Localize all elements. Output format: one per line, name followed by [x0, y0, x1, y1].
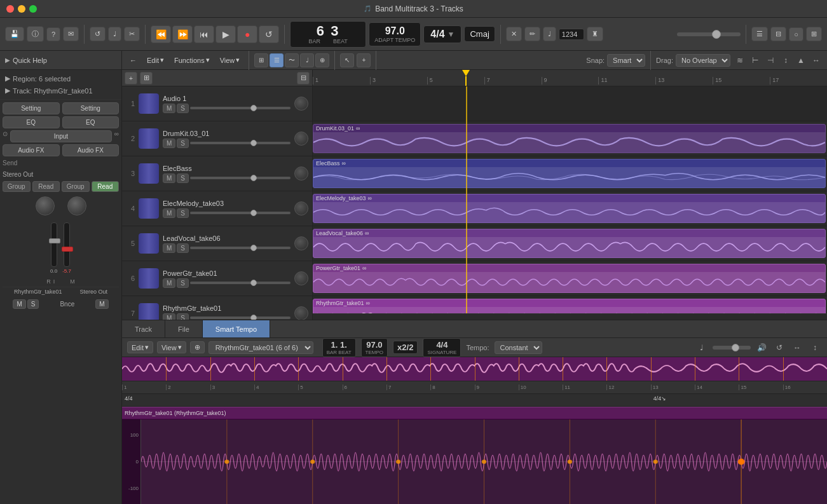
solo-btn-4[interactable]: S: [177, 208, 189, 218]
key-display[interactable]: Cmaj: [464, 26, 495, 42]
marker-input[interactable]: [559, 29, 584, 40]
quick-help-header[interactable]: ▶ Quick Help: [0, 51, 121, 70]
track-volume-4[interactable]: [294, 201, 308, 215]
setting-btn-left[interactable]: Setting: [3, 102, 60, 114]
track-volume-3[interactable]: [294, 167, 308, 180]
bottom-edit-btn[interactable]: Edit ▾: [127, 341, 153, 353]
score-view-btn[interactable]: ⊕: [315, 53, 329, 67]
clear-button[interactable]: ✕: [506, 27, 522, 41]
info-button[interactable]: ⓘ: [27, 26, 44, 42]
snap-select[interactable]: Smart Bar Beat: [607, 54, 645, 67]
maximize-button[interactable]: [29, 5, 37, 13]
tempo-box[interactable]: 97.0 TEMPO: [361, 338, 388, 357]
tempo-display[interactable]: 97.0 ADAPT TEMPO: [369, 22, 421, 46]
playback-volume-slider[interactable]: [713, 346, 751, 350]
wave-view-btn[interactable]: 〜: [285, 53, 299, 67]
mute-btn-6[interactable]: M: [163, 278, 175, 288]
region-row[interactable]: ▶ Region: 6 selected: [5, 72, 116, 85]
sig-box[interactable]: 4/4 SIGNATURE: [423, 338, 461, 357]
marker-btn[interactable]: ▲: [794, 53, 808, 67]
list-item[interactable]: ElecMelody_take03 ∞: [313, 191, 827, 226]
functions-menu-btn[interactable]: Functions ▾: [170, 54, 214, 66]
solo-btn-2[interactable]: S: [177, 139, 189, 148]
s-btn-left[interactable]: S: [27, 299, 39, 309]
close-button[interactable]: [6, 5, 14, 13]
marker-button[interactable]: ♜: [587, 27, 603, 41]
record-button[interactable]: ●: [237, 25, 257, 43]
list-item[interactable]: LeadVocal_take06 ∞: [313, 226, 827, 261]
solo-btn-1[interactable]: S: [177, 104, 189, 113]
track-volume-1[interactable]: [294, 97, 308, 111]
group-btn-left[interactable]: Group: [3, 181, 31, 192]
play-button[interactable]: ▶: [215, 25, 236, 43]
search-button[interactable]: ○: [789, 27, 803, 41]
position-box[interactable]: 1. 1. BAR BEAT: [322, 338, 356, 357]
browser-button[interactable]: ⊞: [806, 27, 822, 41]
track-fader-knob-3[interactable]: [250, 175, 257, 181]
list-button[interactable]: ☰: [751, 27, 768, 41]
midi-view-btn[interactable]: ♩: [300, 53, 314, 67]
minimize-button[interactable]: [18, 5, 25, 13]
master-volume-knob[interactable]: [712, 30, 721, 39]
tempo-mode-select[interactable]: Constant Variable: [495, 341, 542, 354]
add-track-btn[interactable]: +: [125, 72, 137, 85]
knob-left[interactable]: [36, 196, 55, 215]
help-button[interactable]: ?: [46, 27, 60, 41]
pencil-button[interactable]: ✏: [524, 27, 540, 41]
speaker-btn[interactable]: 🔊: [755, 341, 769, 355]
mute-btn-4[interactable]: M: [163, 208, 175, 218]
bottom-ruler[interactable]: 1 2 3 4 5 6 7 8 9 10 11 12 13 14: [122, 381, 827, 394]
track-fader-7[interactable]: [190, 317, 290, 319]
track-volume-6[interactable]: [294, 271, 308, 285]
mute-btn-1[interactable]: M: [163, 104, 175, 113]
grid-view-btn[interactable]: ⊞: [254, 53, 268, 67]
left-fader-track[interactable]: [51, 222, 57, 267]
arrow-bottom-btn[interactable]: ↕: [808, 341, 822, 355]
to-start-button[interactable]: ⏮: [194, 25, 214, 43]
loop-button[interactable]: ↺: [90, 27, 106, 41]
mute-btn-5[interactable]: M: [163, 243, 175, 253]
m-btn-right[interactable]: M: [95, 299, 108, 309]
m-btn-left[interactable]: M: [13, 299, 25, 309]
region-elecmelody[interactable]: ElecMelody_take03 ∞: [313, 194, 826, 223]
cut-button[interactable]: ✂: [124, 27, 140, 41]
list-item[interactable]: RhythmGtr_take01 ∞: [313, 296, 827, 313]
eq-btn-left[interactable]: EQ: [3, 116, 60, 128]
loop-bottom-btn[interactable]: ↺: [772, 341, 786, 355]
drag-select[interactable]: No Overlap Overlap: [676, 54, 730, 67]
tempo-markers-row[interactable]: 4/4 4/4↘: [122, 394, 827, 407]
read-btn-left[interactable]: Read: [32, 181, 60, 192]
cycle-button[interactable]: ↺: [259, 25, 279, 43]
track-fader-5[interactable]: [190, 247, 290, 249]
tab-track[interactable]: Track: [122, 320, 165, 337]
track-fader-knob-6[interactable]: [250, 280, 257, 286]
time-signature-display[interactable]: 4/4 ▼: [423, 25, 461, 43]
solo-btn-3[interactable]: S: [177, 174, 189, 183]
tracks-scrollbar[interactable]: [313, 313, 827, 320]
pointer-tool-btn[interactable]: ↖: [340, 53, 354, 67]
track-row[interactable]: ▶ Track: RhythmGtr_take01: [5, 85, 116, 97]
wave-btn[interactable]: ≋: [733, 53, 747, 67]
solo-btn-7[interactable]: S: [177, 313, 189, 320]
audiofx-btn-right[interactable]: Audio FX: [62, 144, 120, 156]
note-button[interactable]: ♩: [543, 27, 556, 41]
region-select-dropdown[interactable]: RhythmGtr_take01 (6 of 6): [208, 341, 313, 354]
track-fader-3[interactable]: [190, 177, 290, 179]
setting-btn-right[interactable]: Setting: [62, 102, 120, 114]
solo-btn-6[interactable]: S: [177, 278, 189, 288]
track-fader-6[interactable]: [190, 282, 290, 284]
bottom-score-btn[interactable]: ⊕: [190, 341, 205, 353]
track-fader-knob-1[interactable]: [250, 105, 257, 111]
track-volume-5[interactable]: [294, 236, 308, 250]
track-fader-knob-7[interactable]: [250, 315, 257, 320]
fit-btn[interactable]: ↕: [779, 53, 793, 67]
list-item[interactable]: ElecBass ∞: [313, 156, 827, 191]
fastforward-button[interactable]: ⏩: [172, 25, 193, 43]
track-fader-4[interactable]: [190, 212, 290, 214]
input-btn[interactable]: Input: [10, 130, 112, 142]
view-menu-btn[interactable]: View ▾: [216, 54, 244, 66]
region-rhythmgtr[interactable]: RhythmGtr_take01 ∞: [313, 299, 826, 313]
track-fader-knob-5[interactable]: [250, 245, 257, 251]
solo-btn-5[interactable]: S: [177, 243, 189, 253]
region-powergtr[interactable]: PowerGtr_take01 ∞: [313, 264, 826, 293]
